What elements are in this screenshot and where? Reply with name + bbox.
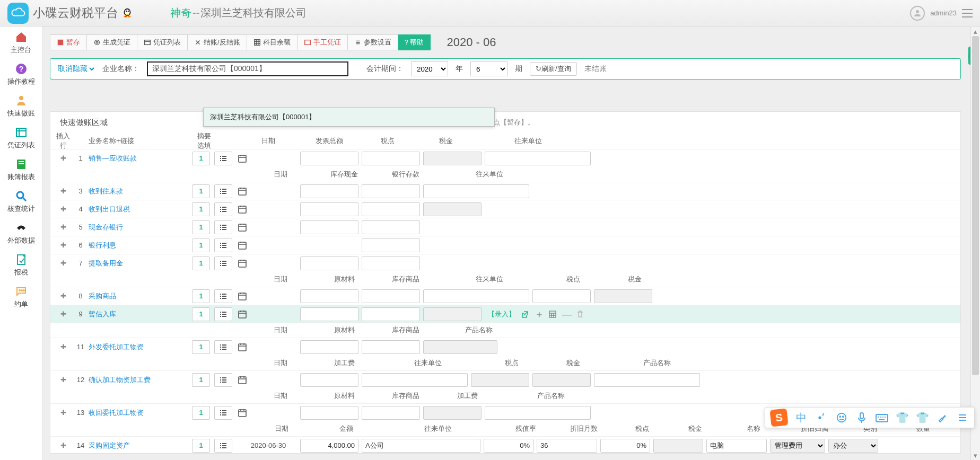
amount-input[interactable] [300,439,358,453]
svg-point-3 [128,10,129,12]
nav-tax[interactable]: 报税 [0,249,42,281]
list-icon[interactable] [214,152,232,165]
btn-help[interactable]: ? 帮助 [398,34,431,50]
add-icon[interactable]: ＋ [535,310,543,319]
ename-input[interactable] [706,439,767,453]
tax-input [423,152,482,165]
ime-punct-icon[interactable]: •ʼ [815,411,828,424]
ime-keyboard-icon[interactable] [876,411,888,424]
party-input[interactable] [362,439,480,453]
biz-link[interactable]: 暂估入库 [89,309,192,319]
month-select[interactable]: 6 [470,61,508,76]
hamburger-icon[interactable] [962,9,973,17]
btn-manual-voucher[interactable]: 手工凭证 [298,34,348,50]
btn-voucher-list[interactable]: 凭证列表 [137,34,188,50]
biz-link[interactable]: 银行利息 [89,241,192,250]
party-input[interactable] [485,152,591,165]
toggle-hide-link[interactable]: 取消隐藏 [58,64,95,74]
app-logo [7,3,29,24]
nav-external[interactable]: 外部数据 [0,217,42,249]
insert-row-icon[interactable]: ✚ [54,187,73,195]
biz-link[interactable]: 现金存银行 [89,223,192,232]
app-name: 小碟云财税平台 [33,5,118,21]
svg-rect-34 [549,311,556,317]
btn-generate-voucher[interactable]: 生成凭证 [87,34,137,50]
nav-ledger-report[interactable]: 账簿报表 [0,154,42,185]
table-row: ✚3 收到往来款 1 [50,182,960,200]
refresh-button[interactable]: ↻刷新/查询 [530,62,577,76]
svg-point-40 [843,416,844,417]
svg-rect-29 [239,224,246,231]
nav-order[interactable]: 约单 [0,281,42,313]
nav-audit[interactable]: 核查统计 [0,185,42,217]
svg-point-5 [128,16,131,17]
biz-link[interactable]: 销售—应收账款 [89,154,192,163]
window-scrollbar[interactable]: ▴▾ [970,26,980,460]
ime-mic-icon[interactable] [855,411,868,424]
btn-subject-balance[interactable]: 科目余额 [247,34,298,50]
closing-status: 未结账 [584,64,607,74]
btn-closing[interactable]: 结账/反结账 [188,34,247,50]
nav-quick-account[interactable]: 快速做账 [0,90,42,122]
svg-point-21 [95,40,100,45]
depm-input[interactable] [537,439,597,453]
ime-menu-icon[interactable] [956,411,969,424]
list-icon[interactable] [214,184,232,198]
taxrate-input[interactable] [600,439,650,453]
table-row: ✚8 采购商品 1 [50,287,960,305]
year-select[interactable]: 2020 [411,61,448,76]
trash-icon[interactable] [576,310,584,319]
insert-row-icon[interactable]: ✚ [54,154,73,162]
biz-link[interactable]: 收到往来款 [89,187,192,196]
biz-link[interactable]: 确认加工物资加工费 [89,375,192,385]
sub-header: 日期 加工费 往来单位 税点 税金 产品名称 [50,356,960,370]
count-box[interactable]: 1 [192,152,210,165]
ime-lang-toggle[interactable]: 中 [795,411,808,424]
ime-emoji-icon[interactable] [835,411,848,424]
table-row: ✚12 确认加工物资加工费 1 [50,370,960,388]
calendar-icon[interactable] [237,153,248,164]
nav-voucher-list[interactable]: 凭证列表 [0,122,42,154]
table-row: ✚6 银行利息 1 [50,236,960,254]
enter-link[interactable]: 【录入】 [488,309,515,319]
svg-rect-27 [239,188,246,195]
enterprise-combo[interactable]: 深圳兰芝科技有限公司【000001】 [147,61,348,76]
biz-link[interactable]: 外发委托加工物资 [89,342,192,352]
biz-link[interactable]: 收回委托加工物资 [89,408,192,418]
biz-link[interactable]: 收到出口退税 [89,205,192,214]
table-row: ✚ 1 销售—应收账款 1 [50,149,960,167]
sogou-logo-icon[interactable]: S [769,408,788,427]
panel-area-title: 快速做账区域 [60,118,108,128]
ime-toolbar[interactable]: S 中 •ʼ 👕 👕 [765,407,975,428]
minus-icon[interactable]: — [562,310,571,319]
biz-link[interactable]: 采购固定资产 [89,441,192,450]
enterprise-dropdown[interactable]: 深圳兰芝科技有限公司【000001】 [203,108,495,127]
type-select[interactable]: 办公 [828,439,878,453]
user-avatar[interactable] [910,6,925,21]
ime-tool-icon[interactable] [936,411,949,424]
invoice-input[interactable] [300,152,358,165]
svg-point-14 [17,192,23,198]
svg-text:?: ? [19,65,23,73]
btn-save-draft[interactable]: 暂存 [50,34,87,50]
toolbar: 暂存 生成凭证 凭证列表 结账/反结账 科目余额 手工凭证 参数设置 ? 帮助 … [42,32,968,53]
depbelong-select[interactable]: 管理费用 [770,439,825,453]
enterprise-option[interactable]: 深圳兰芝科技有限公司【000001】 [204,108,494,126]
sub-header: 日期 库存现金 银行存款 往来单位 [50,167,960,182]
table-row-active: ✚9 暂估入库 1 【录入】 ＋ — [50,305,960,323]
nav-tutorial[interactable]: ?操作教程 [0,58,42,90]
ime-tshirt-icon[interactable]: 👕 [916,411,929,424]
calculator-icon[interactable] [548,310,557,319]
residual-input[interactable] [484,439,533,453]
taxrate-input[interactable] [362,152,420,165]
nav-dashboard[interactable]: 主控台 [0,26,42,58]
ime-skin-icon[interactable]: 👕 [896,411,908,424]
biz-link[interactable]: 采购商品 [89,291,192,301]
main: 暂存 生成凭证 凭证列表 结账/反结账 科目余额 手工凭证 参数设置 ? 帮助 … [42,26,968,460]
biz-link[interactable]: 提取备用金 [89,259,192,268]
share-icon[interactable] [521,310,529,319]
calendar-icon[interactable] [237,185,248,197]
btn-params[interactable]: 参数设置 [348,34,398,50]
qq-icon[interactable] [121,7,133,19]
svg-rect-36 [239,377,246,384]
